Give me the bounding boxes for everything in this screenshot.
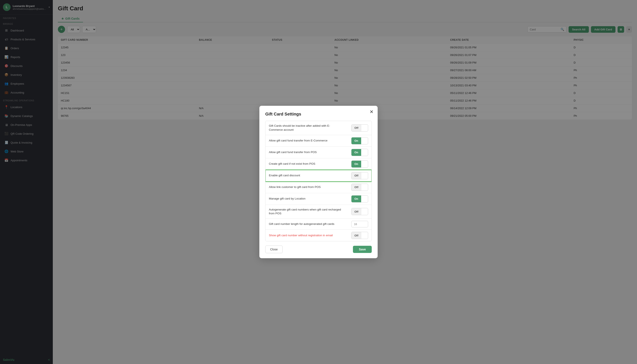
setting-control: Off: [346, 206, 372, 217]
toggle-thumb: [362, 184, 364, 191]
toggle-inactive-ecommerce[interactable]: Off: [351, 124, 368, 132]
toggle-on-label[interactable]: On: [352, 161, 361, 168]
setting-control: On: [346, 158, 372, 170]
setting-control: Off: [346, 122, 372, 134]
close-button[interactable]: Close: [265, 246, 282, 253]
save-button[interactable]: Save: [353, 246, 372, 253]
modal-title: Gift Card Settings: [265, 112, 372, 116]
toggle-thumb: [361, 196, 364, 202]
setting-control: Off: [346, 182, 372, 193]
setting-label-red: Show gift card number without registrati…: [266, 230, 346, 240]
setting-label: Gift card number length for autogenerate…: [266, 219, 346, 229]
toggle-thumb: [361, 138, 364, 144]
number-length-input[interactable]: [351, 221, 368, 228]
toggle-off-label[interactable]: Off: [352, 208, 362, 215]
toggle-on-label[interactable]: On: [352, 138, 361, 144]
toggle-off-label[interactable]: Off: [352, 232, 362, 239]
modal-overlay: Gift Card Settings ✕ Gift Cards should b…: [0, 0, 637, 364]
setting-row-fund-transfer-pos: Allow gift card fund transfer from POS O…: [266, 147, 372, 158]
toggle-thumb: [362, 232, 364, 239]
toggle-fund-pos[interactable]: On: [351, 149, 368, 156]
toggle-on-label[interactable]: On: [352, 149, 361, 156]
toggle-thumb: [362, 124, 364, 131]
setting-row-show-without-registration: Show gift card number without registrati…: [266, 230, 372, 241]
setting-control: On: [346, 193, 372, 204]
toggle-create-not-exist[interactable]: On: [351, 160, 368, 168]
setting-row-link-customer: Allow link customer to gift card from PO…: [266, 182, 372, 193]
modal-footer: Close Save: [265, 246, 372, 253]
setting-row-fund-transfer-ecommerce: Allow gift card fund transfer from E-Com…: [266, 135, 372, 147]
toggle-fund-ecommerce[interactable]: On: [351, 137, 368, 144]
setting-control: On: [346, 135, 372, 146]
toggle-show-without-registration[interactable]: Off: [351, 232, 368, 239]
setting-label: Allow gift card fund transfer from POS: [266, 147, 346, 157]
toggle-off-label[interactable]: Off: [352, 172, 362, 179]
setting-row-manage-by-location: Manage gift card by Location On: [266, 193, 372, 205]
toggle-off-label[interactable]: Off: [352, 184, 362, 191]
setting-label: Allow gift card fund transfer from E-Com…: [266, 136, 346, 146]
setting-label: Autogenerate gift card numbers when gift…: [266, 205, 346, 219]
toggle-thumb: [361, 161, 364, 168]
setting-control: [346, 219, 372, 230]
toggle-thumb: [362, 172, 364, 179]
setting-row-create-not-exist: Create gift card if not exist from POS O…: [266, 158, 372, 170]
toggle-manage-location[interactable]: On: [351, 195, 368, 202]
settings-list: Gift Cards should be inactive after adde…: [265, 121, 372, 242]
setting-control: Off: [346, 230, 372, 241]
setting-label: Create gift card if not exist from POS: [266, 159, 346, 169]
setting-row-enable-discount: Enable gift card discount Off: [266, 170, 372, 182]
toggle-on-label[interactable]: On: [352, 196, 361, 202]
toggle-thumb: [361, 149, 364, 156]
setting-label: Gift Cards should be inactive after adde…: [266, 121, 346, 135]
gift-card-settings-modal: Gift Card Settings ✕ Gift Cards should b…: [259, 106, 378, 258]
setting-control: On: [346, 147, 372, 158]
setting-label: Manage gift card by Location: [266, 194, 346, 204]
setting-label: Allow link customer to gift card from PO…: [266, 182, 346, 192]
setting-row-inactive-ecommerce: Gift Cards should be inactive after adde…: [266, 121, 372, 135]
toggle-thumb: [362, 208, 364, 215]
toggle-enable-discount[interactable]: Off: [351, 172, 368, 179]
modal-close-button[interactable]: ✕: [370, 110, 374, 114]
setting-label: Enable gift card discount: [266, 170, 346, 180]
toggle-off-label[interactable]: Off: [352, 124, 362, 131]
toggle-autogenerate[interactable]: Off: [351, 208, 368, 215]
setting-row-autogenerate: Autogenerate gift card numbers when gift…: [266, 205, 372, 219]
toggle-link-customer[interactable]: Off: [351, 184, 368, 191]
setting-control: Off: [346, 170, 372, 181]
setting-row-number-length: Gift card number length for autogenerate…: [266, 219, 372, 230]
